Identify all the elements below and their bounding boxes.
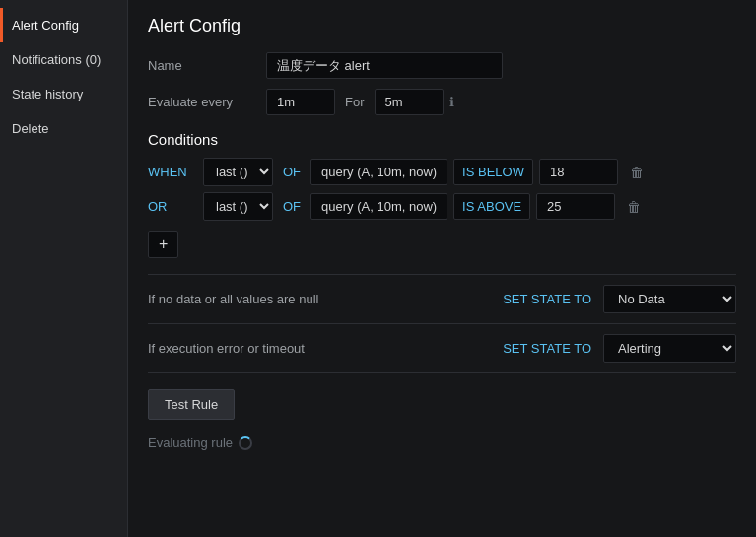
sidebar-item-state-history[interactable]: State history <box>0 77 127 111</box>
info-icon[interactable]: ℹ <box>449 95 454 109</box>
evaluating-label: Evaluating rule <box>148 436 233 450</box>
set-state-label-0: SET STATE TO <box>503 292 591 306</box>
condition-row-1: OR last () OF query (A, 10m, now) IS ABO… <box>148 192 736 221</box>
condition-row-0: WHEN last () OF query (A, 10m, now) IS B… <box>148 158 736 186</box>
sidebar-item-alert-config[interactable]: Alert Config <box>0 8 127 42</box>
state-rule-0: If no data or all values are nullSET STA… <box>148 274 736 323</box>
for-label: For <box>345 95 365 109</box>
sidebar-item-notifications[interactable]: Notifications (0) <box>0 42 127 77</box>
state-dropdown-1[interactable]: AlertingNo DataKeep Last StateOK <box>603 334 736 363</box>
add-condition-button[interactable]: + <box>148 231 178 258</box>
evaluate-input[interactable] <box>266 89 335 115</box>
evaluate-row: Evaluate every For ℹ <box>148 89 736 115</box>
name-label: Name <box>148 58 266 73</box>
sidebar-item-delete[interactable]: Delete <box>0 111 127 146</box>
set-state-label-1: SET STATE TO <box>503 341 591 356</box>
name-input[interactable] <box>266 52 503 79</box>
page-title: Alert Config <box>148 16 736 36</box>
state-rules-container: If no data or all values are nullSET STA… <box>148 274 736 373</box>
state-rule-1: If execution error or timeoutSET STATE T… <box>148 323 736 373</box>
state-dropdown-0[interactable]: No DataAlertingKeep Last StateOK <box>603 285 736 313</box>
cond-func-0[interactable]: last () <box>203 158 273 186</box>
cond-delete-1[interactable]: 🗑 <box>621 195 647 219</box>
evaluate-label: Evaluate every <box>148 95 266 109</box>
conditions-title: Conditions <box>148 131 736 148</box>
cond-prefix-0: WHEN <box>148 165 197 179</box>
cond-of-0: OF <box>279 165 305 179</box>
for-input[interactable] <box>375 89 444 115</box>
evaluating-text: Evaluating rule <box>148 436 736 450</box>
cond-query-1: query (A, 10m, now) <box>310 193 447 220</box>
name-row: Name <box>148 52 736 79</box>
cond-value-0[interactable] <box>539 159 618 185</box>
cond-value-1[interactable] <box>536 193 615 220</box>
main-content: Alert Config Name Evaluate every For ℹ C… <box>128 0 756 537</box>
cond-of-1: OF <box>279 199 305 214</box>
cond-operator-0: IS BELOW <box>453 159 533 185</box>
cond-prefix-1: OR <box>148 199 197 214</box>
conditions-container: WHEN last () OF query (A, 10m, now) IS B… <box>148 158 736 221</box>
state-rule-text-0: If no data or all values are null <box>148 292 497 306</box>
test-rule-button[interactable]: Test Rule <box>148 389 235 420</box>
sidebar: Alert ConfigNotifications (0)State histo… <box>0 0 128 537</box>
cond-operator-1: IS ABOVE <box>453 193 530 220</box>
cond-func-1[interactable]: last () <box>203 192 273 221</box>
cond-query-0: query (A, 10m, now) <box>310 159 447 185</box>
cond-delete-0[interactable]: 🗑 <box>624 161 650 184</box>
state-rule-text-1: If execution error or timeout <box>148 341 497 356</box>
spinner-icon <box>239 436 252 450</box>
